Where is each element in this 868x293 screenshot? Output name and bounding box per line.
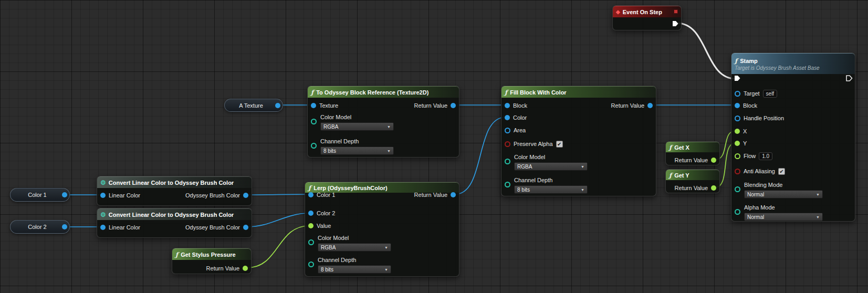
node-header[interactable]: ◆ Event On Step bbox=[613, 6, 681, 17]
function-icon: ƒ bbox=[669, 144, 672, 151]
node-fill-block-with-color[interactable]: ƒ Fill Block With Color Block Return Val… bbox=[501, 86, 656, 196]
area-pin[interactable] bbox=[505, 128, 510, 133]
node-header[interactable]: ƒ Get Stylus Pressure bbox=[172, 248, 251, 260]
output-pin[interactable] bbox=[62, 192, 67, 197]
node-header[interactable]: ƒ Get X bbox=[666, 142, 719, 152]
node-lerp-odyssey-brush-color[interactable]: ƒ Lerp (OdysseyBrushColor) Color 1 Retur… bbox=[305, 182, 459, 277]
color-model-pin[interactable] bbox=[505, 159, 510, 164]
block-pin[interactable] bbox=[505, 103, 510, 108]
channel-depth-pin[interactable] bbox=[505, 182, 510, 187]
dropdown-value: RGBA bbox=[321, 245, 336, 250]
pin-label: Linear Color bbox=[109, 192, 140, 198]
color-2-pin[interactable] bbox=[308, 211, 313, 216]
wire-lerp-to-fillblock-color[interactable] bbox=[455, 117, 506, 194]
channel-depth-dropdown[interactable]: 8 bits ▼ bbox=[514, 185, 588, 194]
color-model-dropdown[interactable]: RGBA ▼ bbox=[514, 162, 588, 171]
node-convert-linear-color-1[interactable]: ⚙ Convert Linear Color to Odyssey Brush … bbox=[97, 176, 252, 206]
node-event-on-step[interactable]: ◆ Event On Step bbox=[612, 5, 682, 30]
node-title: To Odyssey Block Reference (Texture2D) bbox=[316, 89, 428, 96]
node-get-stylus-pressure[interactable]: ƒ Get Stylus Pressure Return Value bbox=[172, 248, 252, 274]
return-value-pin[interactable] bbox=[243, 266, 248, 271]
handle-position-pin[interactable] bbox=[735, 116, 740, 121]
pin-label: Color Model bbox=[320, 113, 394, 121]
target-pin[interactable] bbox=[735, 91, 740, 97]
odyssey-brush-color-pin[interactable] bbox=[243, 193, 248, 198]
wire-convert1-to-lerp-color1[interactable] bbox=[247, 194, 309, 195]
pin-row-return-value: Return Value bbox=[611, 100, 653, 111]
alpha-mode-dropdown[interactable]: Normal ▼ bbox=[744, 213, 823, 221]
color-1-pin[interactable] bbox=[308, 192, 313, 197]
blending-mode-dropdown[interactable]: Normal ▼ bbox=[744, 190, 823, 198]
node-title: Event On Step bbox=[623, 9, 662, 15]
chevron-down-icon: ▼ bbox=[384, 268, 388, 271]
color-model-dropdown[interactable]: RGBA ▼ bbox=[318, 243, 391, 252]
node-get-x[interactable]: ƒ Get X Return Value bbox=[665, 141, 720, 165]
return-value-pin[interactable] bbox=[451, 192, 456, 197]
node-header[interactable]: ƒ Fill Block With Color bbox=[501, 86, 656, 98]
node-subtitle: Target is Odyssey Brush Asset Base bbox=[735, 65, 820, 71]
node-get-color-2[interactable]: Color 2 bbox=[10, 220, 70, 234]
color-model-pin[interactable] bbox=[311, 119, 317, 124]
return-value-pin[interactable] bbox=[711, 185, 716, 191]
pin-label: Block bbox=[513, 102, 527, 109]
node-get-color-1[interactable]: Color 1 bbox=[10, 188, 70, 202]
odyssey-brush-color-pin[interactable] bbox=[243, 225, 248, 230]
node-to-odyssey-block-reference[interactable]: ƒ To Odyssey Block Reference (Texture2D)… bbox=[307, 86, 459, 158]
anti-aliasing-pin[interactable] bbox=[735, 169, 740, 174]
alpha-mode-pin[interactable] bbox=[735, 209, 740, 215]
node-header[interactable]: ⚙ Convert Linear Color to Odyssey Brush … bbox=[97, 208, 252, 220]
blueprint-graph[interactable]: ◆ Event On Step ƒ Stamp Target is Odysse… bbox=[0, 0, 868, 293]
return-value-pin[interactable] bbox=[647, 103, 653, 108]
pin-label: Return Value bbox=[611, 102, 644, 109]
exec-out-pin[interactable] bbox=[672, 20, 679, 27]
channel-depth-pin[interactable] bbox=[311, 143, 317, 149]
pin-label: Channel Depth bbox=[514, 176, 588, 184]
color-model-dropdown[interactable]: RGBA ▼ bbox=[320, 122, 394, 131]
x-pin[interactable] bbox=[735, 129, 740, 134]
pin-label: Channel Depth bbox=[320, 137, 394, 145]
delegate-pin[interactable] bbox=[674, 9, 678, 14]
exec-in-pin[interactable] bbox=[734, 75, 741, 82]
preserve-alpha-pin[interactable] bbox=[505, 141, 510, 147]
linear-color-pin[interactable] bbox=[100, 225, 106, 230]
block-pin[interactable] bbox=[735, 103, 740, 108]
exec-out-pin[interactable] bbox=[845, 75, 853, 82]
dropdown-value: 8 bits bbox=[321, 267, 333, 273]
linear-color-pin[interactable] bbox=[100, 193, 106, 198]
output-pin[interactable] bbox=[275, 103, 280, 108]
node-header[interactable]: ⚙ Convert Linear Color to Odyssey Brush … bbox=[97, 176, 252, 188]
anti-aliasing-checkbox[interactable]: ✔ bbox=[778, 168, 785, 175]
flow-pin[interactable] bbox=[735, 153, 740, 159]
node-header[interactable]: ƒ Get Y bbox=[666, 170, 719, 180]
flow-input[interactable]: 1.0 bbox=[759, 152, 772, 160]
return-value-pin[interactable] bbox=[711, 158, 716, 163]
wire-exec-event-to-stamp[interactable] bbox=[677, 23, 736, 79]
value-pin[interactable] bbox=[308, 223, 313, 228]
wire-convert2-to-lerp-color2[interactable] bbox=[247, 213, 309, 227]
wire-stylus-to-lerp-value[interactable] bbox=[247, 226, 309, 268]
convert-icon: ⚙ bbox=[100, 179, 106, 186]
color-model-pin[interactable] bbox=[308, 239, 314, 245]
pin-label: Alpha Mode bbox=[744, 203, 823, 212]
blending-mode-pin[interactable] bbox=[735, 186, 740, 192]
node-header[interactable]: ƒ Stamp Target is Odyssey Brush Asset Ba… bbox=[731, 53, 855, 74]
node-stamp[interactable]: ƒ Stamp Target is Odyssey Brush Asset Ba… bbox=[731, 53, 855, 222]
node-convert-linear-color-2[interactable]: ⚙ Convert Linear Color to Odyssey Brush … bbox=[97, 208, 252, 238]
node-get-a-texture[interactable]: A Texture bbox=[224, 99, 283, 112]
channel-depth-dropdown[interactable]: 8 bits ▼ bbox=[318, 265, 391, 274]
y-pin[interactable] bbox=[735, 141, 740, 146]
color-pin[interactable] bbox=[505, 115, 510, 120]
channel-depth-dropdown[interactable]: 8 bits ▼ bbox=[320, 146, 394, 155]
output-pin[interactable] bbox=[62, 224, 67, 229]
node-get-y[interactable]: ƒ Get Y Return Value bbox=[665, 169, 720, 193]
pin-row-return-value: Return Value bbox=[206, 263, 248, 274]
return-value-pin[interactable] bbox=[451, 103, 456, 108]
pin-label: Y bbox=[743, 140, 747, 146]
preserve-alpha-checkbox[interactable]: ✔ bbox=[556, 141, 563, 148]
pin-label: Return Value bbox=[675, 157, 708, 163]
texture-pin[interactable] bbox=[311, 103, 316, 108]
node-header[interactable]: ƒ To Odyssey Block Reference (Texture2D) bbox=[308, 86, 459, 98]
target-input[interactable]: self bbox=[763, 90, 778, 98]
pin-label: Value bbox=[317, 223, 331, 229]
channel-depth-pin[interactable] bbox=[308, 261, 314, 267]
